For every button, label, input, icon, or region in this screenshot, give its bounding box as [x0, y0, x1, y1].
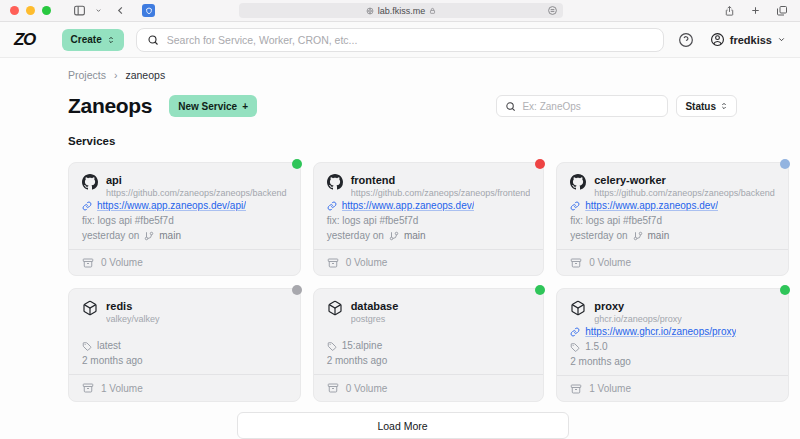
- service-card[interactable]: celery-worker https://github.com/zaneops…: [556, 162, 789, 276]
- service-commit-message: fix: logs api #fbe5f7d: [82, 213, 287, 228]
- global-search: [136, 28, 664, 52]
- volume-archive-icon: [570, 383, 582, 395]
- status-dot: [292, 285, 302, 295]
- status-dot: [535, 285, 545, 295]
- service-updated-line: yesterday on main: [82, 228, 287, 243]
- service-image-tag: latest: [97, 340, 121, 351]
- link-icon: [327, 201, 337, 211]
- status-dot: [292, 159, 302, 169]
- sidebar-toggle-icon[interactable]: [73, 4, 86, 17]
- link-icon: [82, 201, 92, 211]
- new-service-label: New Service: [178, 101, 237, 112]
- tag-icon: [82, 341, 92, 351]
- link-icon: [570, 201, 580, 211]
- status-dot: [780, 285, 790, 295]
- user-menu[interactable]: fredkiss: [710, 32, 786, 47]
- service-url[interactable]: https://www.ghcr.io/zaneops/proxy: [585, 326, 736, 337]
- chevron-down-icon[interactable]: [95, 7, 102, 14]
- service-card-footer: 1 Volume: [557, 375, 788, 401]
- new-tab-icon[interactable]: [750, 5, 761, 16]
- service-updated-text: yesterday on: [82, 230, 139, 241]
- load-more-button[interactable]: Load More: [237, 412, 569, 439]
- service-card-footer: 0 Volume: [557, 249, 788, 275]
- service-tag-line: 15:alpine: [327, 338, 531, 353]
- service-card[interactable]: redis valkey/valkey latest 2 months ago: [68, 288, 301, 402]
- new-service-button[interactable]: New Service +: [169, 95, 257, 117]
- service-url[interactable]: https://www.app.zaneops.dev/api/: [97, 200, 246, 211]
- tag-icon: [327, 341, 337, 351]
- tab-overview-icon[interactable]: [776, 5, 788, 17]
- service-commit-message: fix: logs api #fbe5f7d: [327, 213, 531, 228]
- container-image-icon: [327, 300, 343, 316]
- service-updated-text: 2 months ago: [327, 355, 388, 366]
- service-url-line: https://www.app.zaneops.dev/: [327, 198, 531, 213]
- share-icon[interactable]: [724, 5, 735, 17]
- globe-icon: [366, 7, 374, 15]
- volume-archive-icon: [82, 257, 94, 269]
- address-bar[interactable]: lab.fkiss.me: [239, 3, 563, 18]
- github-icon: [327, 174, 343, 190]
- tag-icon: [570, 342, 580, 352]
- service-card[interactable]: proxy ghcr.io/zaneops/proxy https://www.…: [556, 288, 789, 402]
- service-filter-input[interactable]: [522, 101, 659, 112]
- page-title: Zaneops: [68, 94, 152, 118]
- service-name: frontend: [351, 174, 531, 186]
- service-updated-text: 2 months ago: [82, 355, 143, 366]
- global-search-input[interactable]: [167, 34, 653, 46]
- service-branch-name: main: [648, 230, 670, 241]
- url-text: lab.fkiss.me: [378, 6, 426, 16]
- page-content: Projects › zaneops Zaneops New Service +…: [0, 58, 800, 439]
- service-source: ghcr.io/zaneops/proxy: [594, 314, 682, 324]
- service-url[interactable]: https://www.app.zaneops.dev/: [342, 200, 475, 211]
- service-source: https://github.com/zaneops/zaneops/backe…: [594, 188, 775, 198]
- service-url[interactable]: https://www.app.zaneops.dev/: [585, 200, 718, 211]
- breadcrumb: Projects › zaneops: [68, 69, 737, 81]
- service-updated-text: yesterday on: [570, 230, 627, 241]
- git-branch-icon: [633, 231, 643, 241]
- container-image-icon: [570, 300, 586, 316]
- browser-chrome: lab.fkiss.me: [0, 0, 800, 22]
- git-branch-icon: [144, 231, 154, 241]
- volume-archive-icon: [327, 382, 339, 394]
- service-name: celery-worker: [594, 174, 775, 186]
- service-volume-count: 0 Volume: [346, 257, 388, 268]
- service-updated-line: 2 months ago: [327, 353, 531, 368]
- service-volume-count: 1 Volume: [589, 383, 631, 394]
- tab-favicon-shield-icon[interactable]: [142, 4, 155, 17]
- maximize-window-button[interactable]: [42, 6, 51, 15]
- service-name: api: [106, 174, 287, 186]
- service-card[interactable]: frontend https://github.com/zaneops/zane…: [313, 162, 545, 276]
- service-name: redis: [106, 300, 160, 312]
- status-filter-label: Status: [685, 101, 716, 112]
- help-button[interactable]: [678, 32, 694, 48]
- service-card[interactable]: database postgres 15:alpine 2 months ago: [313, 288, 545, 402]
- back-button[interactable]: [115, 5, 126, 16]
- service-card-footer: 0 Volume: [314, 249, 544, 275]
- status-filter-button[interactable]: Status: [676, 95, 737, 117]
- breadcrumb-projects-link[interactable]: Projects: [68, 69, 106, 81]
- create-button-label: Create: [71, 34, 102, 45]
- container-image-icon: [82, 300, 98, 316]
- service-card[interactable]: api https://github.com/zaneops/zaneops/b…: [68, 162, 301, 276]
- zaneops-logo[interactable]: ZO: [14, 30, 35, 50]
- window-controls: [10, 6, 51, 15]
- status-dot: [780, 159, 790, 169]
- close-window-button[interactable]: [10, 6, 19, 15]
- service-image-tag: 1.5.0: [585, 341, 607, 352]
- user-name: fredkiss: [730, 34, 772, 46]
- chevrons-up-down-icon: [720, 102, 728, 110]
- service-card-footer: 1 Volume: [69, 374, 300, 401]
- service-source: https://github.com/zaneops/zaneops/backe…: [106, 188, 287, 198]
- service-card-footer: 0 Volume: [314, 374, 544, 401]
- github-icon: [82, 174, 98, 190]
- minimize-window-button[interactable]: [26, 6, 35, 15]
- github-icon: [570, 174, 586, 190]
- service-volume-count: 1 Volume: [101, 383, 143, 394]
- service-updated-line: yesterday on main: [327, 228, 531, 243]
- service-volume-count: 0 Volume: [101, 257, 143, 268]
- chevrons-up-down-icon: [107, 36, 115, 44]
- create-button[interactable]: Create: [62, 29, 124, 51]
- reader-mode-icon[interactable]: [547, 5, 558, 16]
- service-name: database: [351, 300, 399, 312]
- services-section-title: Services: [68, 135, 737, 147]
